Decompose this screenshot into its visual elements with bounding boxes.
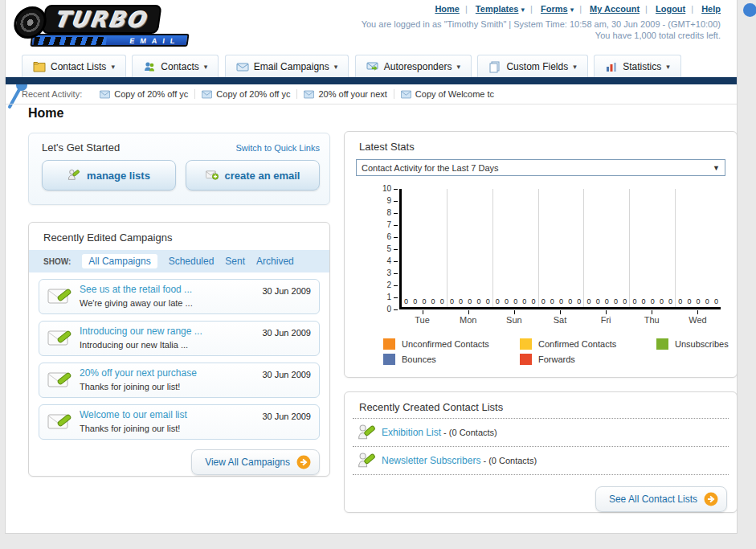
recent-activity-item[interactable]: Copy of Welcome tc xyxy=(394,89,501,99)
y-axis-tick-label: 7 xyxy=(370,220,391,229)
nav-help-link[interactable]: Help xyxy=(701,4,721,14)
contact-list-row[interactable]: Newsletter Subscribers - (0 Contacts) xyxy=(345,447,737,474)
chart-value-label: 0 xyxy=(531,297,535,305)
campaign-link[interactable]: Introducing our new range ... xyxy=(80,326,262,337)
tab-contact-lists[interactable]: Contact Lists ▾ xyxy=(22,55,126,77)
logo-subtitle-bar: EMAIL xyxy=(30,34,189,47)
campaign-subtitle: We're giving away our late ... xyxy=(80,298,193,308)
campaign-row[interactable]: Welcome to our email listThanks for join… xyxy=(39,404,320,440)
nav-home-link[interactable]: Home xyxy=(435,4,460,14)
filter-sent[interactable]: Sent xyxy=(225,256,245,267)
campaign-date: 30 Jun 2009 xyxy=(262,286,311,296)
chart-value-label: 0 xyxy=(422,297,426,305)
chart-value-label: 0 xyxy=(450,297,454,305)
chart-value-label: 0 xyxy=(577,297,581,305)
contact-list-count: - (0 Contacts) xyxy=(441,428,497,437)
chart-value-label: 0 xyxy=(468,297,472,305)
x-axis-tick-label: Sat xyxy=(537,315,582,325)
create-email-button[interactable]: create an email xyxy=(186,160,320,191)
filter-scheduled[interactable]: Scheduled xyxy=(169,256,215,267)
stats-period-value: Contact Activity for the Last 7 Days xyxy=(362,163,499,173)
legend-swatch xyxy=(520,338,532,350)
nav-logout-link[interactable]: Logout xyxy=(656,4,685,14)
tab-statistics[interactable]: Statistics ▾ xyxy=(594,55,681,77)
contact-list-link[interactable]: Exhibition List xyxy=(382,427,441,438)
tab-label: Contacts xyxy=(161,61,198,72)
tab-contacts[interactable]: Contacts ▾ xyxy=(132,55,219,77)
arrow-right-icon xyxy=(704,492,718,506)
campaign-link[interactable]: See us at the retail food ... xyxy=(80,284,262,295)
chart-value-label: 0 xyxy=(668,297,672,305)
filter-archived[interactable]: Archived xyxy=(256,256,294,267)
view-all-campaigns-button[interactable]: View All Campaigns xyxy=(191,449,320,475)
campaign-date: 30 Jun 2009 xyxy=(262,412,311,421)
chart-legend: Unconfirmed ContactsConfirmed ContactsUn… xyxy=(383,338,737,365)
envelope-icon xyxy=(236,60,249,73)
campaign-subtitle: Thanks for joining our list! xyxy=(80,382,180,391)
switch-quick-links[interactable]: Switch to Quick Links xyxy=(235,143,320,153)
chart-day-group: 00000 xyxy=(629,189,675,307)
manage-lists-button[interactable]: manage lists xyxy=(42,160,176,191)
y-axis-tick xyxy=(394,213,398,214)
tab-email-campaigns[interactable]: Email Campaigns ▾ xyxy=(225,55,349,77)
nav-templates-link[interactable]: Templates xyxy=(476,4,519,14)
folder-icon xyxy=(33,60,46,73)
campaign-date: 30 Jun 2009 xyxy=(262,328,311,338)
chart-value-label: 0 xyxy=(714,297,718,305)
chevron-down-icon: ▾ xyxy=(456,63,460,71)
see-all-contact-lists-button[interactable]: See All Contact Lists xyxy=(595,486,727,512)
recent-activity-item[interactable]: Copy of 20% off yc xyxy=(195,89,297,99)
tab-custom-fields[interactable]: Custom Fields ▾ xyxy=(477,55,587,77)
nav-my-account-link[interactable]: My Account xyxy=(590,4,640,14)
envelope-icon xyxy=(304,90,314,99)
y-axis-tick-label: 9 xyxy=(370,196,391,205)
legend-label: Confirmed Contacts xyxy=(538,339,616,349)
chart-value-labels: 00000 xyxy=(676,297,721,305)
campaign-link[interactable]: Welcome to our email list xyxy=(80,409,262,420)
recent-activity-label: Recent Activity: xyxy=(22,89,82,99)
chevron-down-icon: ▼ xyxy=(713,164,720,172)
legend-swatch xyxy=(520,354,532,365)
contact-list-row[interactable]: Exhibition List - (0 Contacts) xyxy=(345,419,737,446)
envelope-pencil-icon xyxy=(47,286,73,307)
y-axis-tick xyxy=(394,201,398,202)
y-axis-tick xyxy=(394,237,398,238)
campaign-row[interactable]: Introducing our new range ...Introducing… xyxy=(39,321,320,356)
chart-value-label: 0 xyxy=(651,297,655,305)
chart-plot: 00000000000000000000000000000000000 xyxy=(399,189,721,309)
filter-all-campaigns[interactable]: All Campaigns xyxy=(82,254,157,268)
x-axis-tick-label: Tue xyxy=(399,315,445,325)
y-axis-tick xyxy=(394,261,398,262)
legend-item: Bounces xyxy=(383,354,520,365)
chart-value-label: 0 xyxy=(660,297,664,305)
contact-lists-title: Recently Created Contact Lists xyxy=(345,392,737,418)
chart-value-label: 0 xyxy=(505,297,509,305)
chart-value-label: 0 xyxy=(440,297,444,305)
chart-value-labels: 00000 xyxy=(539,297,584,305)
contact-list-link[interactable]: Newsletter Subscribers xyxy=(382,455,480,466)
chart-value-label: 0 xyxy=(404,297,408,305)
chevron-down-icon: ▾ xyxy=(573,63,577,71)
nav-forms-link[interactable]: Forms xyxy=(541,4,568,14)
y-axis-tick-label: 6 xyxy=(370,232,391,241)
person-pencil-icon xyxy=(358,451,375,470)
legend-item: Unsubscribes xyxy=(656,338,737,350)
recent-activity-item[interactable]: Copy of 20% off yc xyxy=(93,89,195,99)
view-all-campaigns-label: View All Campaigns xyxy=(205,457,290,468)
campaign-link[interactable]: 20% off your next purchase xyxy=(80,367,262,379)
campaign-row[interactable]: See us at the retail food ...We're givin… xyxy=(39,279,320,314)
x-axis-tick-label: Mon xyxy=(445,315,491,325)
envelope-icon xyxy=(401,90,411,99)
stats-period-select[interactable]: Contact Activity for the Last 7 Days ▼ xyxy=(356,159,725,176)
recent-activity-item[interactable]: 20% off your next xyxy=(297,89,394,99)
campaign-subtitle: Thanks for joining our list! xyxy=(80,424,180,433)
tab-autoresponders[interactable]: Autoresponders ▾ xyxy=(355,55,472,77)
get-started-title: Let's Get Started xyxy=(42,141,120,154)
chart-value-label: 0 xyxy=(687,297,691,305)
chart-value-label: 0 xyxy=(496,297,500,305)
campaign-row[interactable]: 20% off your next purchaseThanks for joi… xyxy=(39,363,320,398)
chart-value-label: 0 xyxy=(587,297,591,305)
chart-value-label: 0 xyxy=(623,297,627,305)
recent-activity-bar: Recent Activity: Copy of 20% off yc Copy… xyxy=(6,84,737,104)
y-axis-tick-label: 0 xyxy=(370,305,391,313)
